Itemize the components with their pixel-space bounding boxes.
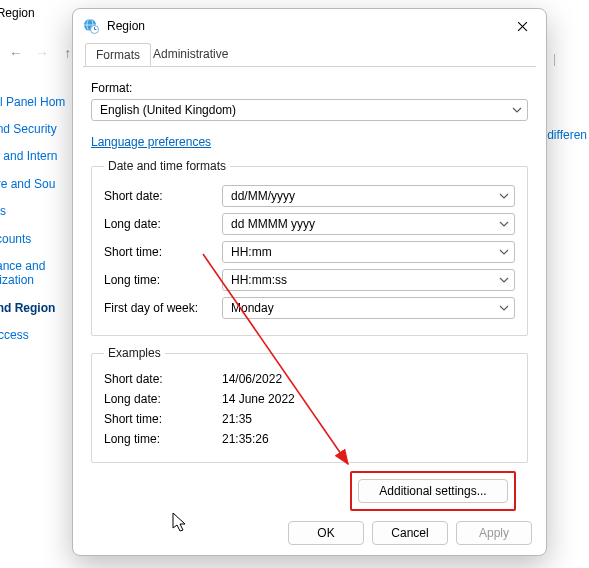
forward-icon: →: [31, 45, 53, 61]
short-time-select[interactable]: HH:mm: [222, 241, 515, 263]
ok-button[interactable]: OK: [288, 521, 364, 545]
long-time-value: HH:mm:ss: [231, 273, 287, 287]
chevron-down-icon: [499, 303, 509, 313]
dialog-button-row: OK Cancel Apply: [288, 521, 532, 545]
format-select-value: English (United Kingdom): [100, 103, 236, 117]
examples-legend: Examples: [104, 346, 165, 360]
tab-formats[interactable]: Formats: [85, 43, 151, 66]
date-time-formats-legend: Date and time formats: [104, 159, 230, 173]
first-day-label: First day of week:: [104, 301, 222, 315]
tab-body: Format: English (United Kingdom) Languag…: [73, 67, 546, 515]
long-time-label: Long time:: [104, 273, 222, 287]
ex-short-date-value: 14/06/2022: [222, 372, 282, 386]
dialog-title: Region: [107, 19, 500, 33]
ex-long-date-label: Long date:: [104, 392, 222, 406]
first-day-value: Monday: [231, 301, 274, 315]
date-time-formats-group: Date and time formats Short date: dd/MM/…: [91, 159, 528, 336]
short-date-select[interactable]: dd/MM/yyyy: [222, 185, 515, 207]
short-time-label: Short time:: [104, 245, 222, 259]
nav-arrows: ← → ↑: [5, 45, 79, 61]
language-preferences-link[interactable]: Language preferences: [91, 135, 211, 149]
globe-clock-icon: [83, 18, 99, 34]
ex-short-date-label: Short date:: [104, 372, 222, 386]
back-icon[interactable]: ←: [5, 45, 27, 61]
chevron-down-icon: [512, 105, 522, 115]
ex-long-time-label: Long time:: [104, 432, 222, 446]
chevron-down-icon: [499, 191, 509, 201]
short-date-label: Short date:: [104, 189, 222, 203]
long-date-value: dd MMMM yyyy: [231, 217, 315, 231]
format-label: Format:: [91, 81, 528, 95]
long-date-label: Long date:: [104, 217, 222, 231]
short-time-value: HH:mm: [231, 245, 272, 259]
format-select[interactable]: English (United Kingdom): [91, 99, 528, 121]
right-panel-link[interactable]: differen: [547, 128, 587, 142]
sidebar-item[interactable]: rk and Intern: [0, 149, 75, 163]
titlebar: Region: [73, 9, 546, 43]
region-dialog: Region Formats Administrative Format: En…: [72, 8, 547, 556]
cancel-button[interactable]: Cancel: [372, 521, 448, 545]
breadcrumb-tail: nd Region: [0, 6, 35, 20]
category-sidebar: and Security rk and Intern are and Sou m…: [0, 122, 75, 356]
ex-long-time-value: 21:35:26: [222, 432, 269, 446]
chevron-down-icon: [499, 275, 509, 285]
chevron-down-icon: [499, 247, 509, 257]
sidebar-item[interactable]: ccounts: [0, 232, 75, 246]
examples-group: Examples Short date: 14/06/2022 Long dat…: [91, 346, 528, 463]
first-day-select[interactable]: Monday: [222, 297, 515, 319]
tab-administrative[interactable]: Administrative: [143, 43, 238, 66]
control-panel-home-link[interactable]: l Panel Hom: [0, 95, 65, 109]
sidebar-item[interactable]: and Security: [0, 122, 75, 136]
additional-settings-button[interactable]: Additional settings...: [358, 479, 508, 503]
sidebar-item-selected[interactable]: and Region: [0, 301, 75, 315]
ex-short-time-value: 21:35: [222, 412, 252, 426]
address-divider: |: [553, 52, 556, 66]
long-time-select[interactable]: HH:mm:ss: [222, 269, 515, 291]
sidebar-item[interactable]: are and Sou: [0, 177, 75, 191]
long-date-select[interactable]: dd MMMM yyyy: [222, 213, 515, 235]
chevron-down-icon: [499, 219, 509, 229]
close-button[interactable]: [500, 11, 544, 41]
ex-short-time-label: Short time:: [104, 412, 222, 426]
sidebar-item[interactable]: vance and alization: [0, 259, 75, 288]
annotation-highlight: Additional settings...: [350, 471, 516, 511]
short-date-value: dd/MM/yyyy: [231, 189, 295, 203]
close-icon: [517, 21, 528, 32]
tab-strip: Formats Administrative: [83, 43, 536, 67]
sidebar-item[interactable]: Access: [0, 328, 75, 342]
sidebar-item[interactable]: ms: [0, 204, 75, 218]
apply-button: Apply: [456, 521, 532, 545]
ex-long-date-value: 14 June 2022: [222, 392, 295, 406]
